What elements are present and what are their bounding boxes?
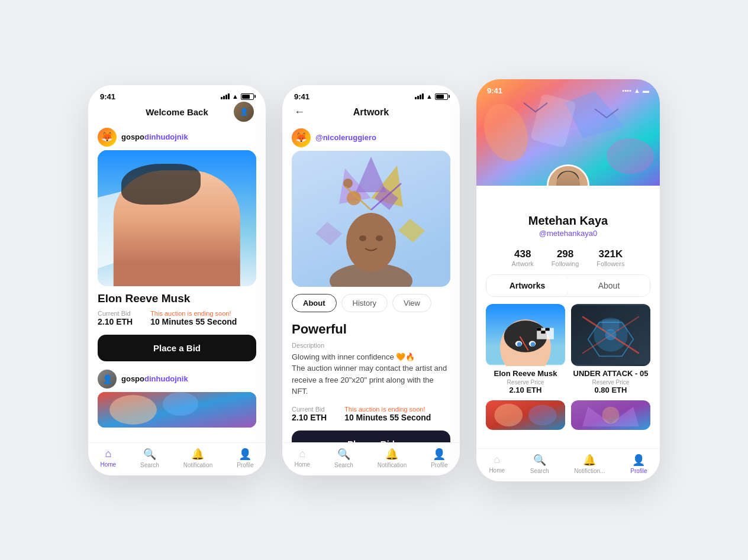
wifi-icon-3: ▲ [634,87,640,94]
card2-reserve-val: 0.80 ETH [571,386,650,394]
p2-header: ← Artwork [282,105,460,125]
svg-point-19 [163,392,198,416]
back-btn[interactable]: ← [294,106,305,118]
status-bar-3: 9:41 ▪▪▪▪ ▲ ▬ [476,86,660,95]
place-bid-btn-1[interactable]: Place a Bid [98,335,256,361]
nav-profile-label-3: Profile [630,468,647,474]
svg-point-12 [164,222,170,228]
svg-rect-3 [210,209,219,215]
time-2: 9:41 [294,92,309,101]
status-bar-1: 9:41 ▲ [88,85,266,105]
nav-home-2[interactable]: ⌂ Home [294,448,310,468]
nav-home-label-3: Home [489,467,505,474]
svg-rect-7 [165,248,189,266]
profile-icon-1: 👤 [238,448,252,461]
stat-following: 298 Following [552,248,579,267]
p3-stats: 438 Artwork 298 Following 321K Followers [476,244,660,274]
artist-row-1[interactable]: 🦊 gospodinhudojnik [88,124,266,150]
nav-search-label-2: Search [334,462,353,468]
home-icon-2: ⌂ [299,448,305,460]
p3-artwork-grid: Elon Reeve Musk Reserve Price 2.10 ETH [476,304,660,430]
artwork2-image[interactable] [292,151,450,287]
bell-icon-3: 🔔 [583,454,596,467]
nav-notification-2[interactable]: 🔔 Notification [378,448,407,468]
bid-value-1: 2.10 ETH [98,317,133,326]
svg-point-9 [147,186,207,215]
svg-point-50 [517,342,522,347]
battery-icon-2 [435,93,448,100]
svg-point-11 [185,221,194,228]
nav-profile-1[interactable]: 👤 Profile [237,448,253,468]
p3-name: Metehan Kaya [476,214,660,228]
svg-rect-53 [537,328,541,331]
artwork-card-2[interactable]: UNDER ATTACK - 05 Reserve Price 0.80 ETH [571,304,650,394]
bid-row-2: Current Bid 2.10 ETH This auction is end… [282,402,460,426]
nav-profile-2[interactable]: 👤 Profile [431,448,447,468]
battery-text-3: ▬ [643,87,649,94]
tab-history[interactable]: History [341,294,388,312]
artwork-card-4-img [571,400,650,430]
artwork2-name: Powerful [282,319,460,339]
card2-title: UNDER ATTACK - 05 [571,369,650,378]
bottom-nav-1: ⌂ Home 🔍 Search 🔔 Notification 👤 Profile [88,442,266,475]
phone-2: 9:41 ▲ ← Artwork 🦊 @nicoleruggiero [282,85,460,475]
artwork-card-1[interactable]: Elon Reeve Musk Reserve Price 2.10 ETH [486,304,565,394]
artwork-label: Artwork [512,260,534,267]
svg-rect-4 [201,215,210,221]
nav-search-3[interactable]: 🔍 Search [530,454,549,474]
p2-title: Artwork [353,107,389,118]
artist-row-p2[interactable]: 🦊 @nicoleruggiero [282,125,460,151]
auction-label-1: This auction is ending soon! [150,310,237,317]
artwork-card-3[interactable] [486,400,565,430]
search-icon-2: 🔍 [337,448,350,461]
nav-profile-3[interactable]: 👤 Profile [630,454,647,474]
svg-rect-55 [541,331,545,334]
elon-svg [98,150,256,286]
card1-title: Elon Reeve Musk [486,369,565,378]
auction-time-1: 10 Minutes 55 Second [150,317,237,326]
bottom-nav-2: ⌂ Home 🔍 Search 🔔 Notification 👤 Profile [282,442,460,475]
svg-point-23 [359,235,366,241]
stat-followers: 321K Followers [597,248,624,267]
user-avatar[interactable]: 👤 [234,102,254,122]
tab-view[interactable]: View [392,294,431,312]
phone-1: 9:41 ▲ Welcome Back 👤 🦊 gospodinhudojnik [88,85,266,475]
svg-point-66 [528,404,557,425]
tab-about[interactable]: About [292,294,337,312]
artist-row-2[interactable]: 👤 gospodinhudojnik [88,366,266,392]
nav-search-1[interactable]: 🔍 Search [140,448,159,468]
svg-rect-2 [192,209,201,215]
p3-avatar [547,164,589,186]
p3-tab-artworks[interactable]: Artworks [486,275,568,296]
card1-svg [486,304,565,366]
tabs-row: About History View [282,287,460,319]
nav-profile-label-2: Profile [431,462,447,468]
bid-value-2: 2.10 ETH [292,413,327,422]
svg-point-8 [144,192,209,263]
artwork1-image[interactable] [98,150,256,286]
p3-avatar-face [549,166,588,186]
svg-rect-1 [192,209,228,233]
svg-point-43 [562,182,566,186]
wifi-icon: ▲ [232,93,238,100]
artist2-name: gospodinhudojnik [121,374,188,383]
nav-notification-3[interactable]: 🔔 Notifiction... [574,454,605,474]
svg-point-51 [531,342,536,347]
nav-notif-label-2: Notification [378,462,407,468]
artwork-card-4[interactable] [571,400,650,430]
svg-rect-5 [219,215,228,221]
desc-label: Description [282,339,460,350]
nav-home-1[interactable]: ⌂ Home [100,448,116,468]
bid-label-2: Current Bid [292,406,327,413]
nav-notification-1[interactable]: 🔔 Notification [183,448,212,468]
nav-notif-label-1: Notification [183,462,212,468]
artwork-count: 438 [512,248,534,260]
status-icons-3: ▪▪▪▪ ▲ ▬ [623,86,650,95]
artwork1-title: Elon Reeve Musk [88,286,266,306]
p3-tab-about[interactable]: About [568,275,650,296]
nav-home-3[interactable]: ⌂ Home [489,454,505,474]
p1-header: Welcome Back 👤 [88,105,266,124]
nav-search-2[interactable]: 🔍 Search [334,448,353,468]
artwork2-preview[interactable] [98,392,256,428]
artwork2-thumb [98,392,256,428]
